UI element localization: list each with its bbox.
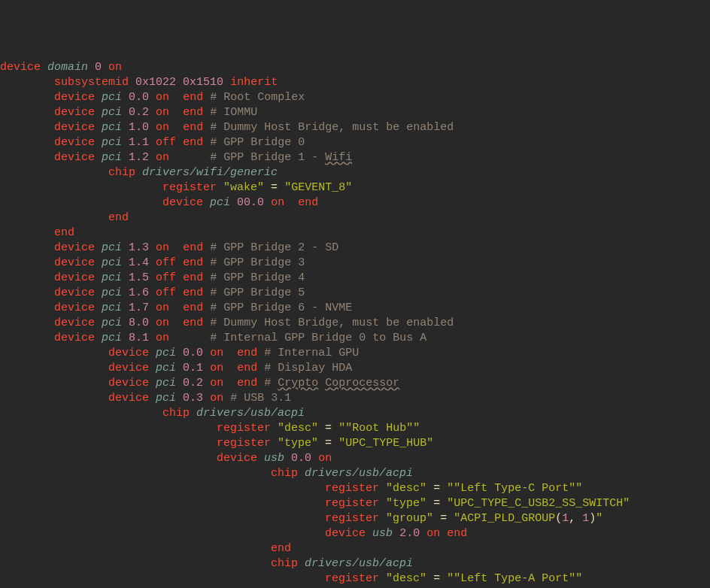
keyword-register: register (325, 512, 379, 525)
code-line[interactable]: device usb 0.0 on (0, 451, 710, 466)
code-line[interactable]: device pci 0.0 on end # Root Complex (0, 90, 710, 105)
keyword-domain: domain (47, 61, 88, 74)
code-line[interactable]: end (0, 211, 710, 226)
register-value: ""Root Hub"" (338, 422, 420, 435)
keyword-state: off (156, 286, 176, 299)
comment: # GPP Bridge 5 (210, 286, 305, 299)
keyword-chip: chip (271, 467, 298, 480)
code-line[interactable]: register "type" = "UPC_TYPE_C_USB2_SS_SW… (0, 496, 710, 511)
keyword-end: end (183, 121, 203, 134)
keyword-bus: pci (156, 377, 176, 389)
keyword-register: register (217, 437, 271, 450)
register-value: ""Left Type-C Port"" (447, 482, 582, 495)
keyword-bus: pci (156, 347, 176, 359)
register-key: "type" (386, 497, 426, 510)
keyword-bus: pci (102, 151, 122, 164)
code-line[interactable]: register "group" = "ACPI_PLD_GROUP(1, 1)… (0, 511, 710, 526)
keyword-device: device (54, 286, 95, 299)
code-line[interactable]: end (0, 541, 710, 556)
code-line[interactable]: device pci 8.0 on end # Dummy Host Bridg… (0, 316, 710, 331)
keyword-bus: usb (372, 527, 393, 540)
keyword-state: off (156, 136, 176, 149)
code-line[interactable]: device pci 1.6 off end # GPP Bridge 5 (0, 286, 710, 301)
comment: # Root Complex (210, 91, 305, 104)
code-line[interactable]: device domain 0 on (0, 60, 710, 75)
keyword-end: end (183, 271, 203, 284)
address: 0.2 (129, 106, 149, 119)
code-line[interactable]: subsystemid 0x1022 0x1510 inherit (0, 75, 710, 90)
code-line[interactable]: device pci 0.2 on end # IOMMU (0, 105, 710, 120)
comment: # GPP Bridge 0 (210, 136, 305, 149)
keyword-register: register (217, 422, 271, 435)
keyword-register: register (162, 181, 217, 194)
code-editor[interactable]: device domain 0 on subsystemid 0x1022 0x… (0, 60, 710, 588)
comment: # IOMMU (210, 106, 257, 119)
code-line[interactable]: device pci 0.2 on end # Crypto Coprocess… (0, 376, 710, 391)
keyword-bus: pci (102, 121, 122, 134)
keyword-end: end (183, 91, 203, 104)
address: 1.2 (129, 151, 149, 164)
equals: = (433, 497, 440, 510)
keyword-device: device (0, 61, 41, 74)
keyword-device: device (54, 317, 95, 329)
code-line[interactable]: device pci 0.3 on # USB 3.1 (0, 391, 710, 406)
keyword-device: device (108, 392, 149, 405)
address: 0.0 (183, 347, 203, 359)
code-line[interactable]: chip drivers/usb/acpi (0, 406, 710, 421)
code-line[interactable]: chip drivers/usb/acpi (0, 556, 710, 571)
code-line[interactable]: chip drivers/wifi/generic (0, 165, 710, 180)
keyword-bus: pci (210, 196, 230, 209)
keyword-device: device (54, 302, 95, 314)
keyword-state: on (156, 121, 169, 134)
comment: # Dummy Host Bridge, must be enabled (210, 121, 454, 134)
keyword-register: register (325, 572, 379, 585)
code-line[interactable]: device pci 1.3 on end # GPP Bridge 2 - S… (0, 241, 710, 256)
keyword-end: end (237, 362, 257, 374)
keyword-device: device (54, 332, 95, 344)
code-line[interactable]: device pci 00.0 on end (0, 195, 710, 211)
code-line[interactable]: register "desc" = ""Left Type-A Port"" (0, 571, 710, 586)
keyword-register: register (325, 497, 379, 510)
keyword-bus: pci (102, 241, 122, 254)
keyword-register: register (325, 482, 379, 495)
code-line[interactable]: register "type" = "UPC_TYPE_HUB" (0, 436, 710, 451)
keyword-state: on (210, 377, 223, 389)
keyword-end: end (183, 317, 203, 329)
code-line[interactable]: device pci 1.0 on end # Dummy Host Bridg… (0, 120, 710, 135)
keyword-bus: pci (156, 392, 176, 405)
code-line[interactable]: device pci 8.1 on # Internal GPP Bridge … (0, 331, 710, 346)
code-line[interactable]: register "desc" = ""Root Hub"" (0, 421, 710, 436)
code-line[interactable]: device pci 1.2 on # GPP Bridge 1 - Wifi (0, 150, 710, 165)
comment: # GPP Bridge 4 (210, 271, 305, 284)
register-key: "desc" (386, 572, 426, 585)
quote: " (596, 512, 602, 525)
code-line[interactable]: chip drivers/usb/acpi (0, 466, 710, 481)
keyword-bus: pci (102, 302, 122, 314)
code-line[interactable]: device pci 1.1 off end # GPP Bridge 0 (0, 135, 710, 150)
code-line[interactable]: device usb 2.0 on end (0, 526, 710, 541)
comment: # (264, 377, 278, 389)
code-line[interactable]: register "desc" = ""Left Type-C Port"" (0, 481, 710, 496)
paren: ) (589, 512, 596, 525)
address: 1.7 (129, 302, 149, 314)
equals: = (440, 512, 447, 525)
code-line[interactable]: end (0, 226, 710, 241)
keyword-end: end (108, 211, 129, 224)
code-line[interactable]: device pci 1.7 on end # GPP Bridge 6 - N… (0, 301, 710, 316)
code-line[interactable]: device pci 0.1 on end # Display HDA (0, 361, 710, 376)
code-line[interactable]: device pci 1.4 off end # GPP Bridge 3 (0, 256, 710, 271)
equals: = (433, 482, 440, 495)
address: 2.0 (399, 527, 420, 540)
keyword-bus: pci (156, 362, 176, 374)
code-line[interactable]: device pci 0.0 on end # Internal GPU (0, 346, 710, 361)
comment-wavy: Coprocessor (325, 377, 399, 389)
chip-path: drivers/usb/acpi (305, 467, 413, 480)
code-line[interactable]: register "wake" = "GEVENT_8" (0, 180, 710, 195)
keyword-device: device (54, 256, 95, 269)
keyword-bus: usb (264, 452, 284, 465)
keyword-chip: chip (108, 166, 135, 179)
code-line[interactable]: device pci 1.5 off end # GPP Bridge 4 (0, 271, 710, 286)
comment-wavy: Wifi (325, 151, 352, 164)
register-key: "desc" (386, 482, 426, 495)
equals: = (433, 572, 440, 585)
